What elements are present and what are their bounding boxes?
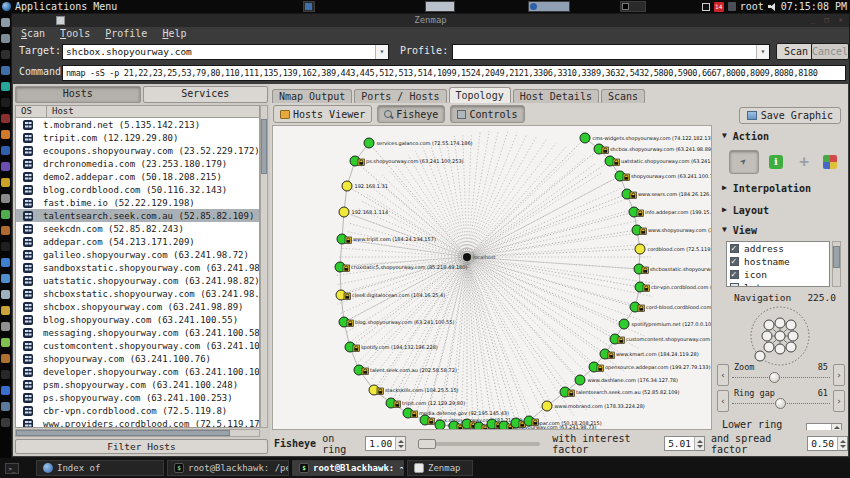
target-dropdown-icon[interactable]: ▾ <box>375 45 388 59</box>
close-icon[interactable]: × <box>836 17 845 24</box>
taskbar-item-root-blackhawk-~[interactable]: $root@Blackhawk: ~ <box>292 460 404 476</box>
host-row[interactable]: ecoupons.shopyourway.com (23.52.229.172) <box>16 144 259 157</box>
minimize-icon[interactable]: _ <box>808 17 817 24</box>
spinner-arrows-icon[interactable] <box>831 424 841 431</box>
tray-notification-icon[interactable] <box>728 2 736 11</box>
topology-canvas[interactable]: services.galanco.com (72.55.174.186)ps.s… <box>272 125 712 430</box>
ring-slider-thumb[interactable] <box>418 439 436 449</box>
host-row[interactable]: ps.shopyourway.com (63.241.100.253) <box>16 391 259 404</box>
lower-ring-gap-spinbox[interactable] <box>806 423 842 431</box>
topology-node[interactable] <box>342 181 352 191</box>
applications-menu[interactable]: Applications Menu <box>15 1 117 12</box>
host-row[interactable]: blog.shopyourway.com (63.241.100.55) <box>16 313 259 326</box>
tab-ports-hosts[interactable]: Ports / Hosts <box>354 89 446 103</box>
host-row[interactable]: shcbox.shopyourway.com (63.241.98.89) <box>16 300 259 313</box>
host-row[interactable]: psm.shopyourway.com (63.241.100.248) <box>16 378 259 391</box>
menu-help[interactable]: Help <box>162 27 186 41</box>
interest-factor-spinbox[interactable]: 5.01 <box>664 436 705 451</box>
dock-icon-25[interactable] <box>1 402 10 411</box>
checkbox-icon[interactable] <box>730 270 739 279</box>
dock-icon-12[interactable] <box>1 194 10 203</box>
host-row[interactable]: customcontent.shopyourway.com (63.241.10… <box>16 339 259 352</box>
host-row[interactable]: tripit.com (12.129.29.80) <box>16 131 259 144</box>
dock-icon-9[interactable] <box>1 146 10 155</box>
ring-gap-decrease-button[interactable]: ‹ <box>717 390 729 412</box>
localhost-node[interactable] <box>463 253 471 261</box>
ring-slider[interactable] <box>418 438 540 450</box>
host-row[interactable]: sandboxstatic.shopyourway.com (63.241.98… <box>16 261 259 274</box>
dock-icon-13[interactable] <box>1 210 10 219</box>
topology-node[interactable] <box>542 401 552 411</box>
dock-icon-21[interactable] <box>1 338 10 347</box>
layout-section-header[interactable]: ▶ Layout <box>722 205 769 216</box>
hosts-viewer-button[interactable]: Hosts Viewer <box>273 105 372 123</box>
zoom-slider-thumb[interactable] <box>769 372 780 383</box>
dock-icon-1[interactable] <box>1 18 10 27</box>
panel-window-button-1[interactable] <box>303 1 315 12</box>
host-row[interactable]: fast.bime.io (52.22.129.198) <box>16 196 259 209</box>
dock-icon-18[interactable] <box>1 290 10 299</box>
dock-icon-10[interactable] <box>1 162 10 171</box>
dock-icon-6[interactable] <box>1 98 10 107</box>
topology-node[interactable] <box>635 244 645 254</box>
host-row[interactable]: demo2.addepar.com (50.18.208.215) <box>16 170 259 183</box>
host-row[interactable]: shcboxstatic.shopyourway.com (63.241.98.… <box>16 287 259 300</box>
zoom-decrease-button[interactable]: ‹ <box>717 364 729 386</box>
dock-icon-24[interactable] <box>1 386 10 395</box>
dock-icon-15[interactable] <box>1 242 10 251</box>
panel-window-button-2[interactable] <box>425 1 455 12</box>
target-input[interactable]: shcbox.shopyourway.com ▾ <box>62 44 389 60</box>
host-list-vertical-scrollbar[interactable] <box>260 105 268 428</box>
dock-icon-26[interactable] <box>1 418 10 427</box>
tab-nmap-output[interactable]: Nmap Output <box>272 89 352 103</box>
view-option-icon[interactable]: icon <box>727 268 829 281</box>
view-options-scrollbar[interactable] <box>832 241 841 287</box>
menu-profile[interactable]: Profile <box>105 27 147 41</box>
dock-icon-3[interactable] <box>1 50 10 59</box>
host-row[interactable]: addepar.com (54.213.171.209) <box>16 235 259 248</box>
dock-icon-16[interactable] <box>1 258 10 267</box>
taskbar-item-index-of[interactable]: Index of <box>36 460 164 476</box>
services-toggle-button[interactable]: Services <box>143 86 269 103</box>
host-row[interactable]: cbr-vpn.cordblood.com (72.5.119.8) <box>16 404 259 417</box>
topology-node[interactable] <box>575 375 585 385</box>
tab-scans[interactable]: Scans <box>601 89 645 103</box>
host-row[interactable]: uatstatic.shopyourway.com (63.241.98.82) <box>16 274 259 287</box>
spinner-arrows-icon[interactable] <box>395 437 405 450</box>
maximize-icon[interactable]: □ <box>822 17 831 24</box>
host-row[interactable]: galileo.shopyourway.com (63.241.98.72) <box>16 248 259 261</box>
profile-dropdown-icon[interactable]: ▾ <box>756 45 769 59</box>
os-column-header[interactable]: OS <box>16 106 46 117</box>
host-row[interactable]: www.providers.cordblood.com (72.5.119.17… <box>16 417 259 428</box>
spread-factor-spinbox[interactable]: 0.50 <box>807 436 848 451</box>
ring-gap-slider-thumb[interactable] <box>775 398 786 409</box>
panel-window-button-4[interactable] <box>620 1 646 12</box>
volume-icon[interactable] <box>768 3 777 11</box>
host-row[interactable]: shopyourway.com (63.241.100.76) <box>16 352 259 365</box>
move-tool-button[interactable]: + <box>794 152 814 172</box>
dock-icon-17[interactable] <box>1 274 10 283</box>
dock-icon-23[interactable] <box>1 370 10 379</box>
host-row[interactable]: seekcdn.com (52.85.82.243) <box>16 222 259 235</box>
view-option-address[interactable]: address <box>727 242 829 255</box>
host-list-horizontal-scrollbar[interactable] <box>15 429 260 437</box>
action-section-header[interactable]: ▼ Action <box>722 131 769 142</box>
topology-node[interactable] <box>619 319 629 329</box>
topology-node[interactable] <box>364 138 374 148</box>
dock-icon-7[interactable] <box>1 114 10 123</box>
topology-node[interactable] <box>435 420 445 430</box>
pointer-tool-button[interactable]: ➤ <box>729 150 759 174</box>
view-option-latency[interactable]: latency <box>727 281 829 287</box>
checkbox-icon[interactable] <box>730 257 739 266</box>
filter-hosts-button[interactable]: Filter Hosts <box>15 439 268 454</box>
view-section-header[interactable]: ▼ View <box>722 225 757 236</box>
terminal-mini-icon[interactable]: >_ <box>5 463 19 474</box>
view-option-hostname[interactable]: hostname <box>727 255 829 268</box>
info-tool-button[interactable]: i <box>766 152 786 172</box>
ring-gap-increase-button[interactable]: › <box>833 390 845 412</box>
zoom-increase-button[interactable]: › <box>833 364 845 386</box>
profile-input[interactable]: ▾ <box>452 44 770 60</box>
applications-menu-icon[interactable] <box>2 2 11 11</box>
navigation-dial[interactable] <box>748 304 812 368</box>
interpolation-section-header[interactable]: ▶ Interpolation <box>722 183 811 194</box>
